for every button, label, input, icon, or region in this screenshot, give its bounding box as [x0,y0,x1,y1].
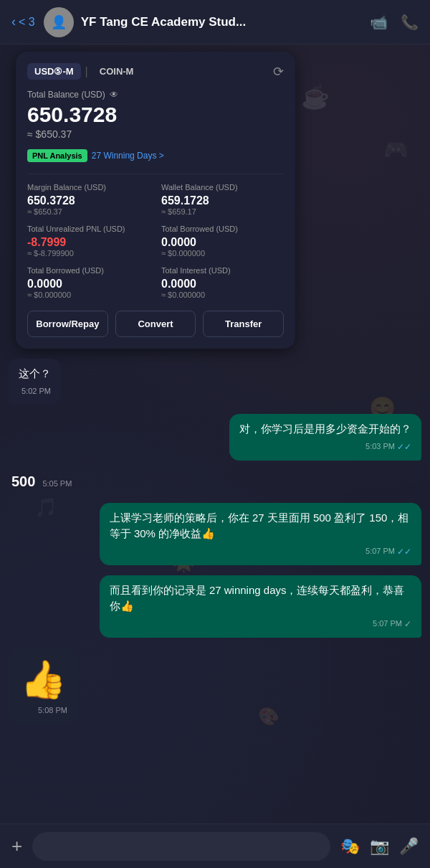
bubble-text-5: 而且看到你的记录是 27 winning days，连续每天都盈利，恭喜你👍 [110,584,405,613]
phone-icon[interactable]: 📞 [401,14,419,31]
message-row-6: 👍 5:08 PM [9,648,421,725]
bubble-2: 对，你学习后是用多少资金开始的？ 5:03 PM ✓✓ [229,414,421,461]
stat-margin-label: Margin Balance (USD) [27,183,150,192]
check-single-icon-5: ✓ [404,618,411,631]
stat-unrealized-value: -8.7999 [27,236,150,249]
bubble-5: 而且看到你的记录是 27 winning days，连续每天都盈利，恭喜你👍 5… [100,575,421,638]
stat-total-borrowed-1: Total Borrowed (USD) 0.0000 ≈ $0.000000 [161,225,284,258]
stat-unrealized-approx: ≈ $-8.799900 [27,249,150,258]
check-double-icon: ✓✓ [397,440,411,453]
stat-margin-approx: ≈ $650.37 [27,207,150,216]
balance-label: Total Balance (USD) 👁 [27,90,284,100]
message-row-3: 500 5:05 PM [9,471,421,493]
stat-borrowed1-label: Total Borrowed (USD) [161,225,284,233]
sticker-icon[interactable]: 🎭 [340,837,360,856]
bubble-time-1: 5:02 PM [19,385,51,397]
bubble-text-4: 上课学习老师的策略后，你在 27 天里面用 500 盈利了 150，相等于 30… [110,511,409,540]
avatar-icon: 👤 [51,14,67,30]
back-count: < 3 [19,16,35,29]
stat-total-borrowed-2: Total Borrowed (USD) 0.0000 ≈ $0.000000 [27,266,150,299]
bubble-4: 上课学习老师的策略后，你在 27 天里面用 500 盈利了 150，相等于 30… [100,503,421,565]
chat-title[interactable]: YF Tang CE Academy Stud... [81,15,370,29]
borrow-repay-button[interactable]: Borrow/Repay [27,311,108,337]
pnl-days[interactable]: 27 Winning Days > [92,151,164,161]
camera-icon[interactable]: 📷 [370,837,389,856]
bubble-time-4: 5:07 PM ✓✓ [110,545,411,558]
back-arrow-icon: ‹ [11,14,16,29]
chat-scroll-area: ☕ 🎮 📱 😊 🎵 ⚽ 🎨 🎭 🌟 USD⑤-M | COIN-M ⟳ Tota [0,44,430,824]
bubble-text-2: 对，你学习后是用多少资金开始的？ [239,423,411,435]
message-row-2: 对，你学习后是用多少资金开始的？ 5:03 PM ✓✓ [9,414,421,461]
stat-interest-value: 0.0000 [161,278,284,291]
bottom-input-bar: + 🎭 📷 🎤 [0,824,430,868]
balance-usd-approx: ≈ $650.37 [27,128,284,140]
message-row-5: 而且看到你的记录是 27 winning days，连续每天都盈利，恭喜你👍 5… [9,575,421,638]
bubble-time-3: 5:05 PM [42,479,72,488]
tab-usd-m[interactable]: USD⑤-M [27,63,81,80]
card-tabs: USD⑤-M | COIN-M ⟳ [27,63,284,80]
bubble-text-1: 这个？ [19,367,51,379]
chat-messages: USD⑤-M | COIN-M ⟳ Total Balance (USD) 👁 … [0,44,430,735]
stat-interest-approx: ≈ $0.000000 [161,291,284,299]
back-button[interactable]: ‹ < 3 [11,14,35,29]
stat-borrowed1-value: 0.0000 [161,236,284,249]
bubble-time-5: 5:07 PM ✓ [110,618,411,631]
eye-icon[interactable]: 👁 [110,90,118,100]
sticker-thumbs-up: 👍 5:08 PM [9,648,77,725]
stat-wallet-approx: ≈ $659.17 [161,207,284,216]
stat-borrowed2-label: Total Borrowed (USD) [27,266,150,275]
card-action-buttons: Borrow/Repay Convert Transfer [27,311,284,337]
stat-wallet-value: 659.1728 [161,194,284,207]
chat-header: ‹ < 3 👤 YF Tang CE Academy Stud... 📹 📞 [0,0,430,44]
sticker-time: 5:08 PM [19,706,67,714]
mic-icon[interactable]: 🎤 [399,837,419,856]
check-double-icon-4: ✓✓ [397,545,411,558]
transfer-button[interactable]: Transfer [203,311,284,337]
stat-margin-balance: Margin Balance (USD) 650.3728 ≈ $650.37 [27,183,150,216]
refresh-icon[interactable]: ⟳ [273,64,284,80]
stat-borrowed2-value: 0.0000 [27,278,150,291]
tab-divider: | [85,65,88,78]
header-actions: 📹 📞 [370,14,419,31]
bubble-time-2: 5:03 PM ✓✓ [239,440,411,453]
pnl-label[interactable]: PNL Analysis [27,149,87,162]
thumbs-up-icon: 👍 [19,658,67,702]
stat-total-interest: Total Interest (USD) 0.0000 ≈ $0.000000 [161,266,284,299]
binance-card: USD⑤-M | COIN-M ⟳ Total Balance (USD) 👁 … [16,52,295,349]
add-icon[interactable]: + [11,835,22,857]
stat-borrowed2-approx: ≈ $0.000000 [27,291,150,299]
pnl-badge: PNL Analysis 27 Winning Days > [27,149,164,162]
message-input[interactable] [32,832,330,861]
bubble-1: 这个？ 5:02 PM [9,359,61,404]
stat-unrealized-pnl: Total Unrealized PNL (USD) -8.7999 ≈ $-8… [27,225,150,258]
stat-wallet-label: Wallet Balance (USD) [161,183,284,192]
convert-button[interactable]: Convert [115,311,196,337]
stats-grid: Margin Balance (USD) 650.3728 ≈ $650.37 … [27,174,284,299]
stat-unrealized-label: Total Unrealized PNL (USD) [27,225,150,233]
bubble-text-3: 500 [11,473,35,490]
avatar[interactable]: 👤 [44,7,74,37]
stat-borrowed1-approx: ≈ $0.000000 [161,249,284,258]
video-call-icon[interactable]: 📹 [370,14,388,31]
stat-wallet-balance: Wallet Balance (USD) 659.1728 ≈ $659.17 [161,183,284,216]
stat-margin-value: 650.3728 [27,194,150,207]
card-message-row: USD⑤-M | COIN-M ⟳ Total Balance (USD) 👁 … [9,52,421,349]
stat-interest-label: Total Interest (USD) [161,266,284,275]
message-row-1: 这个？ 5:02 PM [9,359,421,404]
tab-coin-m[interactable]: COIN-M [92,63,141,80]
balance-main-value: 650.3728 [27,103,284,127]
message-row-4: 上课学习老师的策略后，你在 27 天里面用 500 盈利了 150，相等于 30… [9,503,421,565]
